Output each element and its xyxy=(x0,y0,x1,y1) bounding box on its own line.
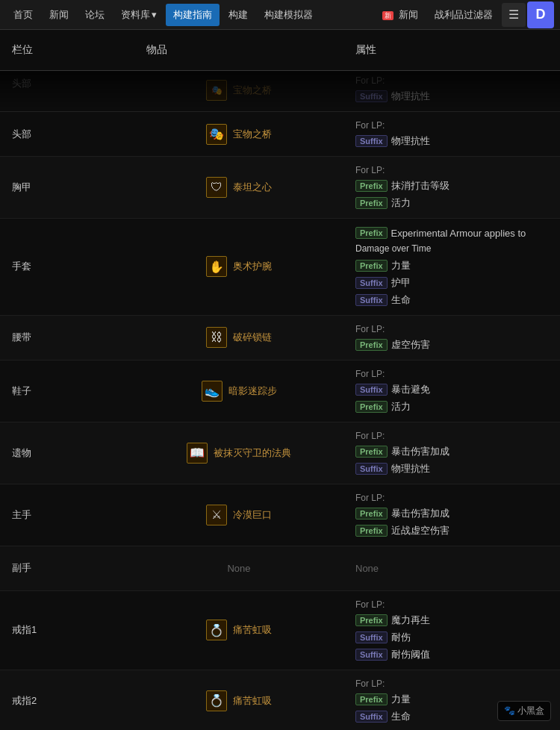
attr-line: Suffix物理抗性 xyxy=(355,134,430,148)
for-lp-text: For LP: xyxy=(355,369,385,379)
attr-line: For LP: xyxy=(355,678,385,689)
nav-build[interactable]: 构建 xyxy=(221,4,255,26)
nav-home[interactable]: 首页 xyxy=(6,4,40,26)
prefix-tag: Prefix xyxy=(355,227,388,239)
for-lp-text: For LP: xyxy=(355,493,385,503)
item-name[interactable]: 破碎锁链 xyxy=(233,331,272,344)
table-row: 胸甲🛡泰坦之心For LP:Prefix抹消打击等级Prefix活力 xyxy=(0,157,560,219)
attr-line: Prefix魔力再生 xyxy=(355,614,430,627)
slot-cell-1: 胸甲 xyxy=(0,157,134,218)
nav-loot-filter[interactable]: 战利品过滤器 xyxy=(427,4,500,26)
slot-label: 主手 xyxy=(12,508,31,522)
attr-line: For LP: xyxy=(355,120,385,131)
slot-cell-3: 腰带 xyxy=(0,316,134,360)
header-slot: 栏位 xyxy=(0,37,134,63)
partial-attr-text: 物理抗性 xyxy=(391,90,430,103)
slot-label: 腰带 xyxy=(12,331,31,344)
nav-news-badge[interactable]: 新 新闻 xyxy=(375,4,426,26)
attr-value: 物理抗性 xyxy=(391,134,430,148)
item-cell-8: 💍痛苦虹吸 xyxy=(134,591,343,670)
attr-line: Suffix物理抗性 xyxy=(355,462,430,475)
attr-line: Prefix暴击伤害加成 xyxy=(355,507,449,520)
item-name[interactable]: 泰坦之心 xyxy=(233,181,272,194)
nav-build-simulator[interactable]: 构建模拟器 xyxy=(257,4,320,26)
chevron-down-icon: ▾ xyxy=(152,9,157,20)
attr-value: 力量 xyxy=(391,259,411,272)
nav-build-guide[interactable]: 构建指南 xyxy=(166,4,220,26)
item-name[interactable]: 被抹灭守卫的法典 xyxy=(214,446,291,460)
attr-value: 暴击伤害加成 xyxy=(391,507,449,520)
item-name[interactable]: 奥术护腕 xyxy=(233,260,272,273)
attr-line: Suffix暴击避免 xyxy=(355,383,430,396)
attr-value: Experimental Armour applies to xyxy=(391,228,526,239)
prefix-tag: Prefix xyxy=(355,180,388,192)
item-name[interactable]: 冷漠巨口 xyxy=(233,508,272,522)
item-cell-7: None xyxy=(134,546,343,590)
item-name[interactable]: 宝物之桥 xyxy=(233,128,272,141)
attr-cell-2: PrefixExperimental Armour applies toDama… xyxy=(343,219,560,315)
attr-value: 生命 xyxy=(391,293,411,307)
extra-text: Damage over Time xyxy=(355,243,431,255)
table-row: 手套✋奥术护腕PrefixExperimental Armour applies… xyxy=(0,219,560,316)
slot-label: 胸甲 xyxy=(12,181,31,194)
attr-line: For LP: xyxy=(355,369,385,379)
nav-database[interactable]: 资料库 ▾ xyxy=(113,4,164,26)
for-lp-text: For LP: xyxy=(355,120,385,131)
for-lp-text: For LP: xyxy=(355,431,385,441)
item-icon: 💍 xyxy=(206,620,227,640)
table-row: 腰带⛓破碎锁链For LP:Prefix虚空伤害 xyxy=(0,316,560,361)
partial-for-lp: For LP: xyxy=(355,75,385,86)
attr-line: Suffix护甲 xyxy=(355,276,411,290)
slot-cell-0: 头部 xyxy=(0,112,134,156)
table-header: 栏位 物品 属性 xyxy=(0,30,560,71)
attr-line: Prefix活力 xyxy=(355,196,411,210)
attr-value: 抹消打击等级 xyxy=(391,179,449,193)
attr-value: 耐伤阈值 xyxy=(391,648,430,661)
attr-line: Suffix生命 xyxy=(355,293,411,307)
partial-item-name[interactable]: 宝物之桥 xyxy=(233,84,272,97)
attr-line: For LP: xyxy=(355,324,385,334)
watermark-text: 小黑盒 xyxy=(517,705,544,716)
attr-value: 虚空伤害 xyxy=(391,338,430,352)
attr-line: Prefix力量 xyxy=(355,259,411,272)
item-cell-5: 📖被抹灭守卫的法典 xyxy=(134,422,343,484)
discord-icon[interactable]: D xyxy=(527,1,554,28)
attr-line: Suffix耐伤 xyxy=(355,631,411,644)
prefix-tag: Prefix xyxy=(355,614,388,626)
item-icon: 💍 xyxy=(206,690,227,711)
prefix-tag: Prefix xyxy=(355,401,388,413)
prefix-tag: Prefix xyxy=(355,693,388,705)
for-lp-text: For LP: xyxy=(355,599,385,610)
prefix-tag: Prefix xyxy=(355,339,388,351)
attr-cell-6: For LP:Prefix暴击伤害加成Prefix近战虚空伤害 xyxy=(343,484,560,546)
item-cell-6: ⚔冷漠巨口 xyxy=(134,484,343,546)
table-row: 鞋子👟暗影迷踪步For LP:Suffix暴击避免Prefix活力 xyxy=(0,361,560,422)
for-lp-text: For LP: xyxy=(355,165,385,175)
header-attr: 属性 xyxy=(343,37,560,63)
slot-label: 头部 xyxy=(12,128,31,141)
item-icon: 🎭 xyxy=(206,124,227,145)
attr-line: Prefix近战虚空伤害 xyxy=(355,524,449,537)
attr-value: 活力 xyxy=(391,196,411,210)
attr-line: Suffix耐伤阈值 xyxy=(355,648,430,661)
item-name[interactable]: 痛苦虹吸 xyxy=(233,694,272,708)
attr-line: Prefix暴击伤害加成 xyxy=(355,445,449,458)
item-cell-9: 💍痛苦虹吸 xyxy=(134,670,343,730)
suffix-tag: Suffix xyxy=(355,649,388,661)
item-icon: 👟 xyxy=(202,381,223,402)
slot-cell-5: 遗物 xyxy=(0,422,134,484)
attr-line: Damage over Time xyxy=(355,243,431,255)
item-name[interactable]: 暗影迷踪步 xyxy=(228,384,277,398)
nav-news[interactable]: 新闻 xyxy=(42,4,76,26)
header-item: 物品 xyxy=(134,37,343,63)
attr-line: For LP: xyxy=(355,599,385,610)
partial-suffix-tag: Suffix xyxy=(355,90,388,102)
suffix-tag: Suffix xyxy=(355,711,388,723)
attr-value: 物理抗性 xyxy=(391,462,430,475)
hamburger-menu-icon[interactable]: ☰ xyxy=(502,3,526,27)
item-name[interactable]: 痛苦虹吸 xyxy=(233,623,272,637)
slot-label: 遗物 xyxy=(12,446,31,460)
nav-forum[interactable]: 论坛 xyxy=(78,4,112,26)
attr-cell-3: For LP:Prefix虚空伤害 xyxy=(343,316,560,360)
table-row: 主手⚔冷漠巨口For LP:Prefix暴击伤害加成Prefix近战虚空伤害 xyxy=(0,484,560,546)
